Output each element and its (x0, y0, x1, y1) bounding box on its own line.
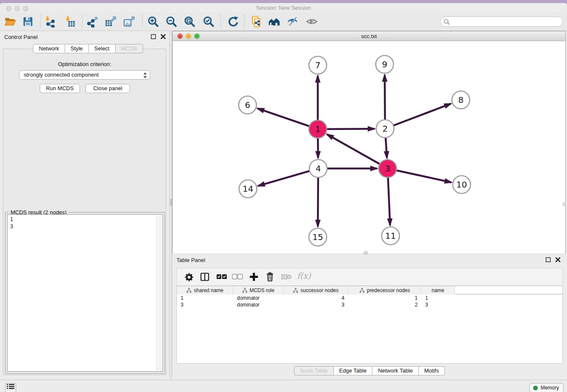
node-label-10: 10 (456, 179, 467, 190)
show-eye-icon[interactable] (306, 16, 318, 28)
cell-predecessor-nodes[interactable]: 2 (348, 301, 421, 308)
tab-mcds[interactable]: MCDS (116, 44, 143, 53)
cell-successor-nodes[interactable]: 3 (284, 301, 348, 308)
mcds-result-textarea[interactable]: 1 3 (7, 214, 163, 372)
main-toolbar (0, 12, 567, 31)
table-panel-tabs: Node TableEdge TableNetwork TableMotifs (294, 366, 445, 375)
import-table-icon[interactable] (64, 16, 76, 28)
tab-edge-table[interactable]: Edge Table (334, 366, 373, 375)
export-table-icon[interactable] (105, 16, 116, 28)
table-options-gear-icon[interactable] (184, 272, 194, 284)
table-panel: Table Panel (172, 255, 566, 379)
cell-shared-name[interactable]: 3 (177, 301, 233, 308)
node-label-11: 11 (385, 231, 396, 241)
network-graph[interactable]: 7968124314101511 (173, 41, 565, 254)
edge-2-to-8[interactable] (385, 104, 451, 129)
optimization-criterion-value: strongly connected component (24, 72, 99, 78)
column-label: name (432, 287, 444, 293)
column-label: successor nodes (300, 287, 339, 293)
run-mcds-button[interactable]: Run MCDS (40, 84, 80, 93)
tab-select[interactable]: Select (89, 44, 116, 53)
mcds-result-groupbox: MCDS result (2 nodes) 1 3 (5, 212, 165, 374)
cell-MCDS-role[interactable]: dominator (233, 301, 284, 308)
close-panel-icon[interactable] (160, 34, 166, 39)
toolbar-separator (220, 15, 221, 28)
add-column-icon[interactable] (249, 272, 259, 284)
table-panel-title: Table Panel (176, 257, 205, 263)
show-columns-icon[interactable] (200, 272, 210, 284)
node-label-7: 7 (315, 60, 321, 70)
attribute-tree-icon (186, 288, 192, 293)
refresh-layout-icon[interactable] (227, 16, 239, 28)
table-body: 1dominator4113dominator323 (177, 295, 562, 308)
deselect-all-checkboxes-icon[interactable] (232, 274, 243, 282)
edge-1-to-6[interactable] (258, 108, 318, 129)
table-row[interactable]: 3dominator323 (177, 301, 562, 308)
node-label-14: 14 (242, 184, 253, 194)
export-network-icon[interactable] (86, 16, 98, 28)
zoom-selected-icon[interactable] (203, 16, 215, 28)
column-header-predecessor-nodes[interactable]: predecessor nodes (348, 286, 421, 295)
edge-3-to-10[interactable] (388, 168, 451, 182)
control-panel: Control Panel NetworkStyleSelectMCDS Opt… (0, 31, 169, 379)
zoom-out-icon[interactable] (165, 16, 177, 28)
save-session-icon[interactable] (22, 16, 34, 28)
export-image-icon[interactable] (123, 16, 135, 28)
node-table[interactable]: shared nameMCDS rolesuccessor nodesprede… (176, 286, 563, 364)
search-input[interactable] (440, 17, 563, 27)
hide-panel-eye-icon[interactable] (287, 16, 299, 28)
float-table-panel-icon[interactable] (545, 257, 551, 262)
table-row[interactable]: 1dominator411 (177, 295, 562, 301)
network-canvas[interactable]: 7968124314101511 (173, 41, 565, 254)
close-panel-button[interactable]: Close panel (85, 84, 130, 93)
copy-network-icon[interactable] (250, 16, 262, 28)
column-label: predecessor nodes (367, 287, 410, 293)
node-label-3: 3 (385, 163, 391, 174)
column-header-shared-name[interactable]: shared name (177, 286, 233, 295)
cell-shared-name[interactable]: 1 (177, 295, 233, 301)
optimization-criterion-select[interactable]: strongly connected component (19, 70, 150, 80)
node-label-1: 1 (315, 124, 321, 134)
delete-table-icon[interactable] (281, 273, 292, 282)
zoom-in-icon[interactable] (147, 16, 159, 28)
tab-node-table[interactable]: Node Table (294, 366, 334, 375)
vertical-split-divider[interactable] (169, 31, 172, 379)
cell-MCDS-role[interactable]: dominator (233, 295, 284, 301)
canvas-scroll-handle-right[interactable] (563, 202, 565, 206)
column-header-name[interactable]: name (421, 286, 455, 295)
divider-grip[interactable] (170, 199, 172, 206)
tab-motifs[interactable]: Motifs (419, 366, 445, 375)
status-bar: Memory (0, 380, 567, 392)
select-all-checkboxes-icon[interactable] (216, 274, 227, 282)
function-builder-icon[interactable]: f(x) (297, 271, 311, 280)
result-scrollbar[interactable] (156, 215, 162, 371)
search-icon (443, 19, 450, 25)
tab-network[interactable]: Network (33, 44, 65, 53)
memory-button[interactable]: Memory (529, 383, 564, 392)
cell-name[interactable]: 1 (421, 295, 455, 301)
close-table-panel-icon[interactable] (555, 257, 561, 262)
column-header-successor-nodes[interactable]: successor nodes (284, 286, 348, 295)
node-label-4: 4 (316, 163, 321, 174)
import-network-icon[interactable] (44, 16, 55, 28)
network-window-titlebar[interactable]: x − + scc.txt (173, 31, 565, 41)
window-titlebar: Session: New Session (0, 3, 567, 12)
edge-3-to-1[interactable] (327, 134, 388, 168)
cell-name[interactable]: 3 (421, 301, 455, 308)
go-home-icon[interactable] (268, 16, 280, 28)
tab-style[interactable]: Style (65, 44, 89, 53)
delete-column-trash-icon[interactable] (265, 272, 275, 284)
float-panel-icon[interactable] (151, 34, 156, 39)
zoom-fit-icon[interactable] (184, 16, 195, 28)
cell-predecessor-nodes[interactable]: 1 (348, 295, 421, 301)
open-session-icon[interactable] (4, 16, 16, 28)
tab-network-table[interactable]: Network Table (372, 366, 418, 375)
cell-successor-nodes[interactable]: 4 (284, 295, 348, 301)
toolbar-separator (82, 15, 83, 28)
control-panel-tabs: NetworkStyleSelectMCDS (33, 44, 143, 53)
table-toolbar: f(x) (176, 268, 563, 286)
task-history-button[interactable] (5, 383, 16, 392)
column-header-MCDS-role[interactable]: MCDS role (233, 286, 284, 295)
node-label-8: 8 (458, 95, 464, 105)
network-window-title: scc.txt (173, 33, 565, 39)
